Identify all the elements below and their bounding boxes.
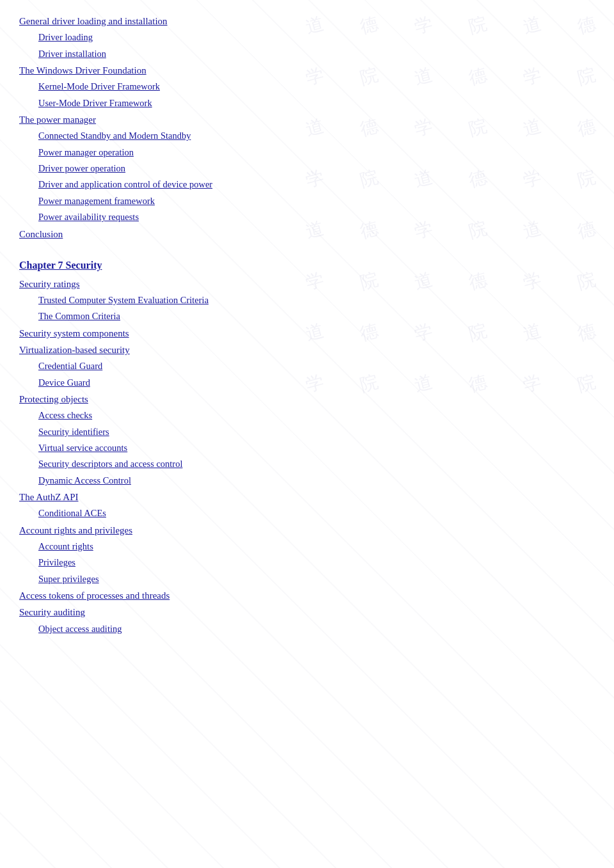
chapter-heading-chapter7[interactable]: Chapter 7 Security	[19, 255, 595, 276]
toc-link-account-rights[interactable]: Account rights and privileges	[19, 522, 595, 539]
toc-link-driver-installation[interactable]: Driver installation	[38, 46, 595, 62]
toc-link-object-access-auditing[interactable]: Object access auditing	[38, 621, 595, 637]
toc-link-trusted-criteria[interactable]: Trusted Computer System Evaluation Crite…	[38, 292, 595, 308]
toc-link-kernel-mode[interactable]: Kernel-Mode Driver Framework	[38, 79, 595, 95]
toc-link-user-mode[interactable]: User-Mode Driver Framework	[38, 95, 595, 111]
toc-link-power-mgmt-framework[interactable]: Power management framework	[38, 193, 595, 209]
toc-link-conclusion[interactable]: Conclusion	[19, 226, 595, 242]
toc-link-power-manager[interactable]: The power manager	[19, 111, 595, 128]
toc-link-power-avail[interactable]: Power availability requests	[38, 209, 595, 225]
toc-link-authz-api[interactable]: The AuthZ API	[19, 489, 595, 505]
toc-link-credential-guard[interactable]: Credential Guard	[38, 358, 595, 374]
toc-link-account-rights-sub[interactable]: Account rights	[38, 539, 595, 555]
toc-link-security-ratings[interactable]: Security ratings	[19, 276, 595, 292]
toc-link-security-auditing[interactable]: Security auditing	[19, 604, 595, 620]
toc-link-power-manager-op[interactable]: Power manager operation	[38, 145, 595, 161]
toc-link-protecting-objects[interactable]: Protecting objects	[19, 391, 595, 407]
toc-spacer	[19, 242, 595, 249]
toc-link-virtual-service-accounts[interactable]: Virtual service accounts	[38, 440, 595, 456]
toc-link-security-system-components[interactable]: Security system components	[19, 325, 595, 342]
toc-link-driver-loading[interactable]: Driver loading	[38, 29, 595, 45]
toc-link-super-privileges[interactable]: Super privileges	[38, 571, 595, 587]
toc-link-driver-power-op[interactable]: Driver power operation	[38, 161, 595, 177]
toc-link-general-driver[interactable]: General driver loading and installation	[19, 13, 595, 29]
toc-link-device-guard[interactable]: Device Guard	[38, 375, 595, 391]
toc-link-common-criteria[interactable]: The Common Criteria	[38, 308, 595, 324]
toc-link-driver-app-control[interactable]: Driver and application control of device…	[38, 177, 595, 193]
toc-link-access-checks[interactable]: Access checks	[38, 407, 595, 423]
toc-link-privileges[interactable]: Privileges	[38, 555, 595, 571]
toc-link-connected-standby[interactable]: Connected Standby and Modern Standby	[38, 128, 595, 144]
toc-link-dynamic-access[interactable]: Dynamic Access Control	[38, 473, 595, 489]
toc-link-security-identifiers[interactable]: Security identifiers	[38, 424, 595, 440]
toc-link-security-descriptors[interactable]: Security descriptors and access control	[38, 456, 595, 472]
toc-content: General driver loading and installationD…	[19, 13, 595, 637]
toc-link-virtualization-security[interactable]: Virtualization-based security	[19, 342, 595, 358]
toc-link-windows-driver-foundation[interactable]: The Windows Driver Foundation	[19, 62, 595, 79]
toc-link-access-tokens[interactable]: Access tokens of processes and threads	[19, 587, 595, 604]
toc-container: General driver loading and installationD…	[19, 13, 595, 637]
toc-link-conditional-aces[interactable]: Conditional ACEs	[38, 505, 595, 521]
